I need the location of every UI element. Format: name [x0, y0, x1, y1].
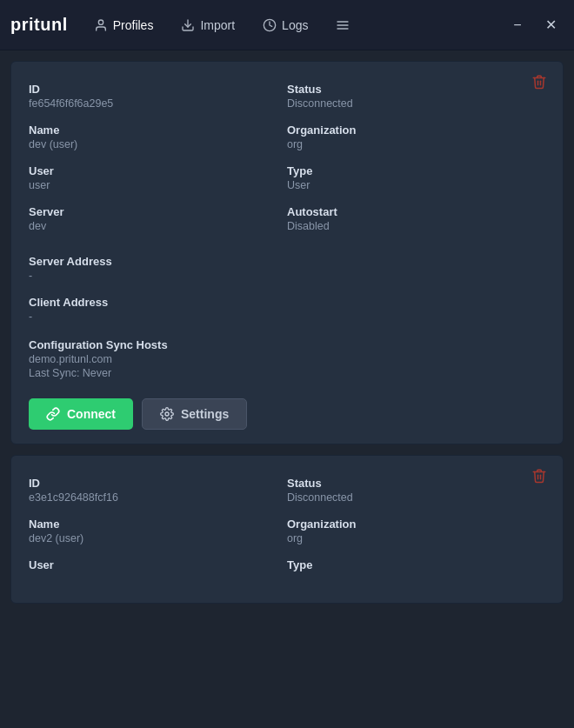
field-name-1: Name dev2 (user) [29, 511, 287, 551]
client-address-value-0: - [29, 311, 545, 323]
config-sync-label-0: Configuration Sync Hosts [29, 338, 545, 351]
field-status-1: Status Disconnected [287, 470, 545, 511]
id-label-1: ID [29, 477, 287, 490]
connect-button-0[interactable]: Connect [29, 398, 133, 430]
import-icon [181, 18, 195, 32]
field-status-0: Status Disconnected [287, 76, 545, 117]
org-label-0: Organization [287, 124, 545, 137]
nav-import[interactable]: Import [169, 13, 247, 37]
type-label-0: Type [287, 164, 545, 177]
type-label-1: Type [287, 558, 545, 571]
field-type-0: Type User [287, 157, 545, 198]
titlebar: pritunl Profiles Import [0, 0, 574, 50]
profiles-label: Profiles [113, 18, 154, 32]
status-value-0: Disconnected [287, 97, 545, 110]
org-value-1: org [287, 532, 545, 544]
org-value-0: org [287, 138, 545, 150]
id-label-0: ID [29, 83, 287, 96]
field-id-1: ID e3e1c926488fcf16 [29, 470, 287, 511]
client-address-label-0: Client Address [29, 296, 545, 309]
name-value-1: dev2 (user) [29, 532, 287, 544]
settings-label-0: Settings [181, 407, 229, 421]
profile-card-1: ID e3e1c926488fcf16 Status Disconnected … [10, 455, 564, 604]
server-address-label-0: Server Address [29, 255, 545, 268]
field-org-1: Organization org [287, 511, 545, 551]
card-actions-0: Connect Settings [29, 398, 545, 430]
status-value-1: Disconnected [287, 491, 545, 504]
field-id-0: ID fe654f6f6f6a29e5 [29, 76, 287, 117]
fields-grid-0: ID fe654f6f6f6a29e5 Status Disconnected … [29, 76, 545, 239]
minimize-button[interactable]: − [504, 12, 531, 38]
id-value-1: e3e1c926488fcf16 [29, 491, 287, 504]
server-address-value-0: - [29, 270, 545, 282]
field-user-0: User user [29, 157, 287, 198]
main-content: ID fe654f6f6f6a29e5 Status Disconnected … [0, 50, 574, 614]
delete-button-0[interactable] [528, 72, 551, 96]
name-value-0: dev (user) [29, 138, 287, 150]
import-label: Import [200, 18, 235, 32]
logs-icon [263, 18, 277, 32]
user-label-0: User [29, 164, 287, 177]
menu-icon [336, 18, 350, 32]
profiles-icon [94, 18, 108, 32]
logo-text: pritunl [10, 15, 68, 35]
name-label-1: Name [29, 518, 287, 531]
server-value-0: dev [29, 220, 287, 232]
field-autostart-0: Autostart Disabled [287, 198, 545, 239]
config-sync-last-0: Last Sync: Never [29, 367, 545, 379]
logs-label: Logs [282, 18, 308, 32]
name-label-0: Name [29, 124, 287, 137]
app-logo: pritunl [10, 15, 68, 35]
field-server-0: Server dev [29, 198, 287, 239]
user-value-0: user [29, 179, 287, 191]
nav-menu[interactable] [324, 13, 362, 37]
svg-point-0 [98, 20, 103, 24]
window-controls: − ✕ [504, 12, 564, 38]
status-label-1: Status [287, 477, 545, 490]
fields-grid-1: ID e3e1c926488fcf16 Status Disconnected … [29, 470, 545, 580]
nav-profiles[interactable]: Profiles [82, 13, 166, 37]
type-value-0: User [287, 179, 545, 191]
field-name-0: Name dev (user) [29, 117, 287, 157]
field-server-address-0: Server Address - [29, 248, 545, 289]
nav-items: Profiles Import Logs [82, 13, 504, 37]
server-label-0: Server [29, 205, 287, 218]
field-org-0: Organization org [287, 117, 545, 157]
field-client-address-0: Client Address - [29, 289, 545, 330]
settings-button-0[interactable]: Settings [142, 398, 247, 430]
autostart-value-0: Disabled [287, 220, 545, 232]
profile-card-0: ID fe654f6f6f6a29e5 Status Disconnected … [10, 61, 564, 444]
status-label-0: Status [287, 83, 545, 96]
id-value-0: fe654f6f6f6a29e5 [29, 97, 287, 110]
svg-point-6 [165, 412, 169, 416]
delete-button-1[interactable] [528, 466, 551, 490]
sync-hosts-0: Configuration Sync Hosts demo.pritunl.co… [29, 331, 545, 386]
user-label-1: User [29, 558, 287, 571]
connect-label-0: Connect [67, 407, 116, 421]
close-button[interactable]: ✕ [537, 12, 564, 38]
nav-logs[interactable]: Logs [250, 13, 320, 37]
config-sync-host-0: demo.pritunl.com [29, 353, 545, 365]
field-user-1: User [29, 551, 287, 580]
autostart-label-0: Autostart [287, 205, 545, 218]
field-type-1: Type [287, 551, 545, 580]
org-label-1: Organization [287, 518, 545, 531]
